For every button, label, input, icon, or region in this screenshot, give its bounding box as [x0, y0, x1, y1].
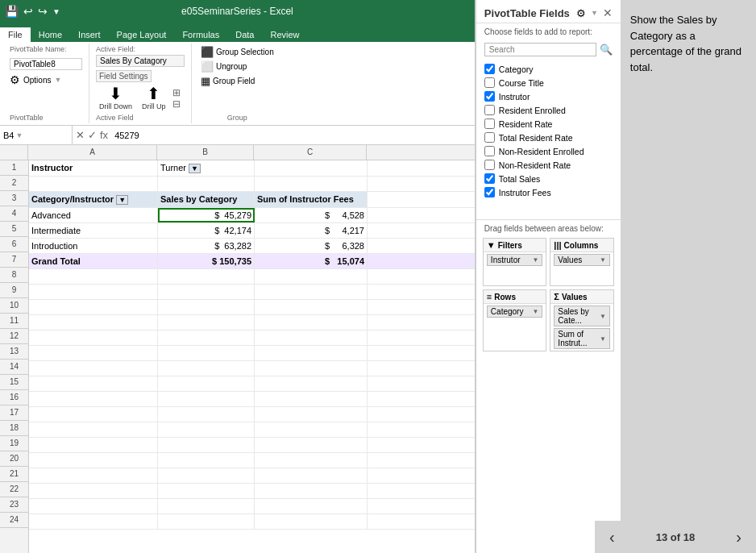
tab-insert[interactable]: Insert: [70, 27, 109, 42]
row-header-7[interactable]: 7: [0, 252, 28, 268]
next-button[interactable]: ›: [729, 525, 748, 550]
drag-chip[interactable]: Sum of Instrut...▼: [554, 328, 610, 349]
drag-chip[interactable]: Sales by Cate...▼: [554, 306, 610, 326]
field-checkbox[interactable]: [484, 187, 495, 198]
row-header-9[interactable]: 9: [0, 283, 28, 298]
row-header-24[interactable]: 24: [0, 513, 28, 528]
cancel-formula-icon[interactable]: ✕: [76, 129, 85, 141]
row-header-17[interactable]: 17: [0, 405, 28, 421]
row-header-20[interactable]: 20: [0, 451, 28, 467]
row-header-11[interactable]: 11: [0, 314, 28, 329]
pivot-panel-close-button[interactable]: ✕: [603, 6, 613, 19]
cell-b6[interactable]: $ 63,282: [158, 239, 255, 253]
cell-b7[interactable]: $ 150,735: [158, 254, 255, 268]
filter-dropdown-b1[interactable]: ▼: [189, 164, 201, 173]
pivot-name-input[interactable]: [10, 58, 82, 70]
field-checkbox[interactable]: [484, 118, 495, 129]
col-header-c[interactable]: C: [254, 145, 367, 160]
row-header-15[interactable]: 15: [0, 375, 28, 390]
field-item[interactable]: Instrutor Fees: [484, 185, 613, 199]
row-header-12[interactable]: 12: [0, 329, 28, 344]
field-expand-icon[interactable]: ⊞: [172, 87, 181, 98]
cell-c3[interactable]: Sum of Instructor Fees: [255, 192, 368, 207]
options-button[interactable]: Options: [23, 76, 51, 85]
field-checkbox[interactable]: [484, 132, 495, 143]
field-item[interactable]: Non-Resident Rate: [484, 158, 613, 172]
row-header-3[interactable]: 3: [0, 191, 28, 206]
field-item[interactable]: Total Resident Rate: [484, 131, 613, 144]
cell-a6[interactable]: Introduction: [29, 239, 158, 253]
row-header-19[interactable]: 19: [0, 436, 28, 451]
row-header-14[interactable]: 14: [0, 360, 28, 375]
insert-function-icon[interactable]: fx: [100, 129, 108, 141]
drag-chip[interactable]: Values▼: [554, 254, 610, 266]
cell-c7[interactable]: $ 15,074: [255, 254, 368, 268]
cell-a1[interactable]: Instructor: [29, 160, 158, 176]
cell-c2[interactable]: [255, 177, 368, 191]
prev-button[interactable]: ‹: [603, 525, 621, 550]
confirm-formula-icon[interactable]: ✓: [88, 129, 97, 141]
field-settings-button[interactable]: Field Settings: [96, 70, 152, 82]
pivot-settings-icon[interactable]: ⚙: [576, 7, 586, 19]
window-controls[interactable]: 💾 ↩ ↪ ▼: [5, 5, 60, 18]
cell-b4[interactable]: $ 45,279: [158, 208, 255, 222]
row-header-4[interactable]: 4: [0, 206, 28, 222]
group-field-button[interactable]: ▦ Group Field: [198, 74, 276, 88]
cell-c6[interactable]: $ 6,328: [255, 239, 368, 253]
row-header-5[interactable]: 5: [0, 222, 28, 237]
field-checkbox[interactable]: [484, 105, 495, 115]
field-item[interactable]: Course Title: [484, 76, 613, 89]
field-item[interactable]: Instrutor: [484, 89, 613, 103]
cell-a3[interactable]: Category/Instructor ▼: [29, 192, 158, 207]
cell-b2[interactable]: [158, 177, 255, 191]
formula-input[interactable]: [111, 131, 475, 140]
col-header-a[interactable]: A: [28, 145, 157, 160]
tab-data[interactable]: Data: [227, 27, 262, 42]
drill-up-button[interactable]: ⬆ Drill Up: [139, 84, 169, 112]
cell-b1[interactable]: Turner ▼: [158, 160, 255, 176]
cell-a4[interactable]: Advanced: [29, 208, 158, 222]
field-checkbox[interactable]: [484, 77, 495, 88]
field-checkbox[interactable]: [484, 91, 495, 102]
field-item[interactable]: Category: [484, 62, 613, 76]
row-header-2[interactable]: 2: [0, 176, 28, 191]
row-header-21[interactable]: 21: [0, 467, 28, 482]
cell-c5[interactable]: $ 4,217: [255, 223, 368, 238]
tab-formulas[interactable]: Formulas: [174, 27, 227, 42]
drill-down-button[interactable]: ⬇ Drill Down: [96, 84, 135, 112]
field-item[interactable]: Resident Rate: [484, 117, 613, 131]
row-header-10[interactable]: 10: [0, 298, 28, 314]
field-collapse-icon[interactable]: ⊟: [172, 98, 181, 110]
tab-page-layout[interactable]: Page Layout: [109, 27, 175, 42]
field-checkbox[interactable]: [484, 64, 495, 74]
cell-a7[interactable]: Grand Total: [29, 254, 158, 268]
ungroup-button[interactable]: ⬜ Ungroup: [198, 60, 276, 73]
field-checkbox[interactable]: [484, 173, 495, 184]
drag-chip[interactable]: Category▼: [487, 306, 543, 318]
filter-dropdown-a3[interactable]: ▼: [116, 195, 128, 205]
field-item[interactable]: Total Sales: [484, 172, 613, 185]
cell-a2[interactable]: [29, 177, 158, 191]
pivot-settings-arrow[interactable]: ▼: [591, 9, 598, 17]
pivot-search-icon[interactable]: 🔍: [600, 44, 613, 56]
redo-icon[interactable]: ↪: [38, 5, 48, 18]
tab-review[interactable]: Review: [262, 27, 307, 42]
field-item[interactable]: Non-Resident Enrolled: [484, 144, 613, 158]
tab-file[interactable]: File: [0, 27, 31, 42]
cell-b5[interactable]: $ 42,174: [158, 223, 255, 238]
row-header-13[interactable]: 13: [0, 344, 28, 360]
field-checkbox[interactable]: [484, 160, 495, 170]
row-header-6[interactable]: 6: [0, 237, 28, 252]
row-header-1[interactable]: 1: [0, 160, 28, 176]
cell-c1[interactable]: [255, 160, 368, 176]
group-selection-button[interactable]: ⬛ Group Selection: [198, 45, 276, 59]
col-header-b[interactable]: B: [157, 145, 254, 160]
drag-chip[interactable]: Instrutor▼: [487, 254, 543, 266]
pivot-search-input[interactable]: [484, 43, 596, 56]
cell-c4[interactable]: $ 4,528: [255, 208, 368, 222]
field-item[interactable]: Resident Enrolled: [484, 103, 613, 117]
row-header-18[interactable]: 18: [0, 421, 28, 436]
cell-a5[interactable]: Intermediate: [29, 223, 158, 238]
undo-icon[interactable]: ↩: [23, 5, 33, 18]
cell-b3[interactable]: Sales by Category: [158, 192, 255, 207]
